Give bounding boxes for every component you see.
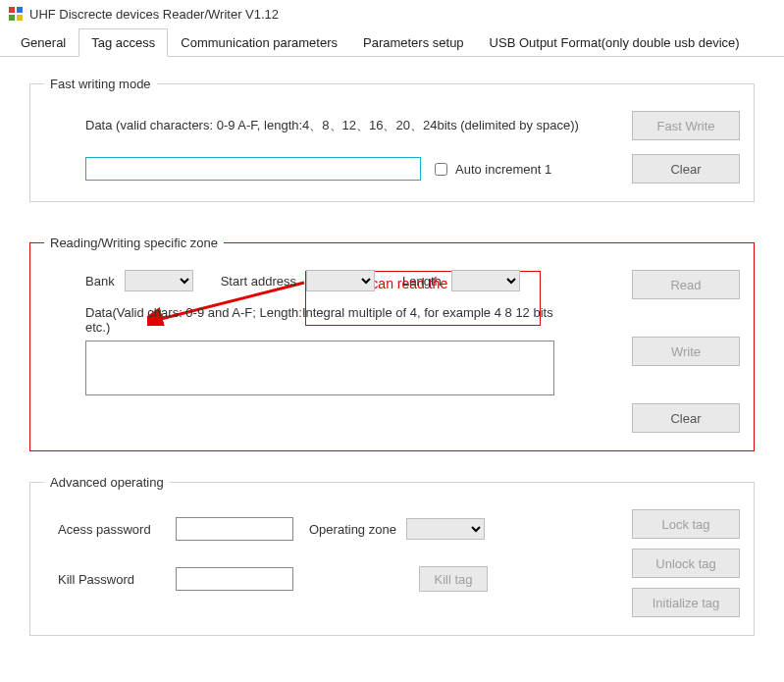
access-password-input[interactable]: [176, 517, 293, 541]
titlebar: UHF Discrecte devices Reader/Writer V1.1…: [0, 0, 784, 27]
window-title: UHF Discrecte devices Reader/Writer V1.1…: [29, 7, 279, 22]
tab-content: Fast writing mode Data (valid characters…: [0, 57, 784, 679]
initialize-tag-button[interactable]: Initialize tag: [632, 588, 740, 617]
rw-data-hint: Data(Valid chars: 0-9 and A-F; Length:In…: [85, 305, 554, 335]
svg-rect-1: [17, 7, 23, 13]
fast-write-button[interactable]: Fast Write: [632, 111, 740, 140]
rw-data-textarea[interactable]: [85, 341, 554, 395]
fast-write-data-label: Data (valid characters: 0-9 A-F, length:…: [85, 117, 622, 134]
kill-password-label: Kill Password: [58, 572, 166, 587]
lock-tag-button[interactable]: Lock tag: [632, 509, 740, 539]
rw-zone-group: Reading/Writing specific zone Bank Start…: [29, 236, 755, 451]
tab-tag-access[interactable]: Tag access: [78, 28, 168, 57]
svg-rect-3: [17, 15, 23, 21]
length-select[interactable]: [451, 270, 520, 291]
fast-writing-legend: Fast writing mode: [44, 77, 157, 91]
auto-increment-checkbox-wrap[interactable]: Auto increment 1: [431, 160, 551, 179]
fast-write-clear-button[interactable]: Clear: [632, 154, 740, 184]
advanced-legend: Advanced operating: [44, 475, 170, 490]
start-addr-label: Start address: [221, 274, 296, 289]
write-button[interactable]: Write: [632, 337, 740, 366]
bank-label: Bank: [85, 274, 115, 289]
read-button[interactable]: Read: [632, 270, 740, 299]
tab-bar: General Tag access Communication paramet…: [0, 27, 784, 57]
tab-params-setup[interactable]: Parameters setup: [350, 28, 477, 57]
svg-rect-0: [9, 7, 15, 13]
access-password-label: Acess password: [58, 522, 166, 537]
auto-increment-label: Auto increment 1: [455, 162, 551, 177]
operating-zone-label: Operating zone: [309, 522, 396, 537]
length-label: Length: [402, 274, 442, 289]
kill-tag-button[interactable]: Kill tag: [419, 566, 488, 592]
app-icon: [8, 6, 24, 22]
start-addr-select[interactable]: [306, 270, 375, 291]
kill-password-input[interactable]: [176, 567, 293, 591]
tab-general[interactable]: General: [8, 28, 78, 57]
bank-select[interactable]: [125, 270, 193, 291]
unlock-tag-button[interactable]: Unlock tag: [632, 549, 740, 578]
svg-rect-2: [9, 15, 15, 21]
tab-comm-params[interactable]: Communication parameters: [168, 28, 350, 57]
fast-write-input[interactable]: [85, 157, 421, 181]
operating-zone-select[interactable]: [406, 518, 485, 540]
auto-increment-checkbox[interactable]: [435, 163, 447, 176]
rw-clear-button[interactable]: Clear: [632, 403, 740, 433]
advanced-group: Advanced operating Acess password Operat…: [29, 475, 755, 636]
tab-usb-output[interactable]: USB Output Format(only double usb device…: [477, 28, 753, 57]
rw-zone-legend: Reading/Writing specific zone: [44, 236, 224, 250]
fast-writing-group: Fast writing mode Data (valid characters…: [29, 77, 755, 202]
